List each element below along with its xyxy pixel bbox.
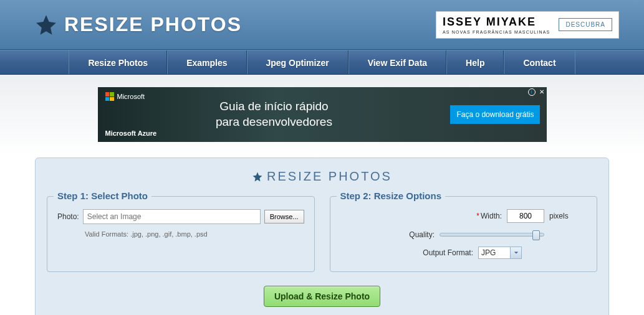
- quality-label: Quality:: [360, 230, 435, 239]
- format-label: Output Format:: [398, 248, 473, 257]
- microsoft-logo: Microsoft: [105, 92, 145, 101]
- photo-input[interactable]: [83, 209, 261, 224]
- format-value: JPG: [479, 247, 510, 258]
- ad-brand: ISSEY MIYAKE: [443, 16, 550, 29]
- step1-fieldset: Step 1: Select Photo Photo: Browse... Va…: [47, 196, 315, 272]
- star-icon: [34, 13, 58, 37]
- nav-resize-photos[interactable]: Resize Photos: [69, 50, 167, 74]
- quality-slider[interactable]: [440, 233, 544, 237]
- banner-ad[interactable]: Microsoft Microsoft Azure Guia de início…: [98, 87, 547, 142]
- chevron-down-icon[interactable]: [510, 247, 521, 258]
- ms-logo-icon: [105, 92, 114, 101]
- ad-close-icon[interactable]: ✕: [539, 88, 544, 95]
- browse-button[interactable]: Browse...: [264, 210, 304, 223]
- azure-label: Microsoft Azure: [105, 129, 157, 137]
- nav-view-exif-data[interactable]: View Exif Data: [348, 50, 446, 74]
- star-icon: [252, 171, 263, 182]
- banner-headline: Guia de início rápido para desenvolvedor…: [216, 99, 332, 129]
- step2-legend: Step 2: Resize Options: [337, 190, 446, 201]
- slider-thumb[interactable]: [532, 230, 540, 240]
- photo-label: Photo:: [57, 212, 79, 221]
- header-ad[interactable]: ISSEY MIYAKE AS NOVAS FRAGRÂNCIAS MASCUL…: [436, 11, 619, 39]
- valid-formats-text: Valid Formats: .jpg, .png, .gif, .bmp, .…: [85, 230, 304, 238]
- width-input[interactable]: [507, 209, 544, 223]
- step1-legend: Step 1: Select Photo: [54, 190, 151, 201]
- ad-info-icon[interactable]: i: [528, 88, 536, 96]
- banner-area: Microsoft Microsoft Azure Guia de início…: [0, 75, 644, 158]
- logo[interactable]: RESIZE PHOTOS: [34, 13, 242, 37]
- panel-title: RESIZE PHOTOS: [47, 169, 597, 184]
- nav-contact[interactable]: Contact: [504, 50, 575, 74]
- navbar: Resize Photos Examples Jpeg Optimizer Vi…: [0, 50, 644, 75]
- nav-jpeg-optimizer[interactable]: Jpeg Optimizer: [247, 50, 348, 74]
- upload-resize-button[interactable]: Upload & Resize Photo: [264, 286, 380, 307]
- ad-cta-button[interactable]: DESCUBRA: [559, 18, 612, 31]
- ad-tagline: AS NOVAS FRAGRÂNCIAS MASCULINAS: [443, 30, 550, 34]
- step2-fieldset: Step 2: Resize Options *Width: pixels Qu…: [330, 196, 598, 272]
- logo-text: RESIZE PHOTOS: [64, 13, 242, 36]
- banner-cta-button[interactable]: Faça o download grátis: [450, 105, 540, 124]
- panel-title-text: RESIZE PHOTOS: [267, 169, 392, 184]
- width-suffix: pixels: [549, 212, 587, 220]
- header: RESIZE PHOTOS ISSEY MIYAKE AS NOVAS FRAG…: [0, 0, 644, 50]
- nav-examples[interactable]: Examples: [167, 50, 246, 74]
- main-panel: RESIZE PHOTOS Step 1: Select Photo Photo…: [35, 158, 609, 315]
- format-select[interactable]: JPG: [478, 247, 522, 259]
- nav-help[interactable]: Help: [446, 50, 504, 74]
- width-label: *Width:: [427, 212, 502, 220]
